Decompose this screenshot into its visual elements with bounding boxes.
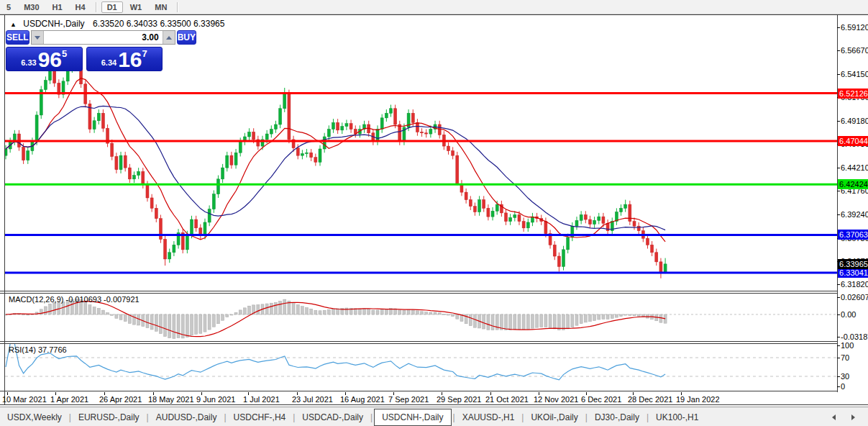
current-price-badge: 6.33965 [838, 259, 868, 269]
collapse-icon[interactable]: ▲ [10, 21, 17, 28]
price-badge-6-52126: 6.52126 [838, 89, 868, 99]
buy-price-prefix: 6.34 [101, 58, 117, 67]
rsi-scale-label: 100 [841, 341, 854, 350]
price-axis-label: 6.31820 [841, 280, 868, 289]
arrow-up-icon [166, 36, 172, 40]
price-badge-6-47044: 6.47044 [838, 136, 868, 146]
axis-tick [837, 376, 840, 377]
chart-symbol-label: USDCNH-,Daily [23, 19, 84, 29]
date-axis-label: 28 Dec 2021 [628, 395, 672, 404]
price-axis-label: 6.54150 [841, 70, 868, 78]
ma-fast-line [6, 78, 665, 242]
date-axis-label: 29 Sep 2021 [437, 395, 481, 404]
date-axis-label: 23 Jul 2021 [292, 395, 333, 404]
tab-scroll-left-icon[interactable] [832, 414, 836, 420]
chart-tab-bar: USDX,Weekly|EURUSD-,Daily|AUDUSD-,Daily|… [0, 407, 868, 426]
tab-audusd-daily[interactable]: AUDUSD-,Daily [149, 409, 224, 426]
axis-tick [837, 191, 840, 191]
price-axis-label: 6.49180 [841, 117, 868, 125]
date-axis-label: 10 Mar 2021 [2, 395, 47, 404]
buy-price-big: 16 [118, 49, 142, 71]
axis-tick [837, 297, 840, 298]
moving-averages-layer [6, 78, 665, 242]
date-axis-label: 16 Aug 2021 [340, 395, 385, 404]
price-axis-label: 6.56670 [841, 46, 868, 55]
one-click-trading-panel: SELL BUY 6.33 96 5 6.34 16 7 [6, 30, 163, 71]
macd-scale-label: 0.02607 [841, 293, 868, 302]
macd-scale-label: -0.03187 [841, 332, 868, 341]
price-badge-6-37063: 6.37063 [838, 230, 868, 240]
axis-tick [837, 358, 840, 358]
sell-price-pip: 5 [62, 48, 67, 59]
date-axis-label: 9 Jun 2021 [196, 395, 235, 404]
chart-title: ▲ USDCNH-,Daily 6.33520 6.34033 6.33500 … [10, 19, 224, 29]
sell-price-prefix: 6.33 [21, 58, 36, 67]
date-axis-label: 6 Dec 2021 [581, 395, 621, 404]
tab-ukoil-daily[interactable]: UKOil-,Daily [524, 409, 585, 426]
date-axis-label: 18 May 2021 [148, 395, 194, 404]
tab-dj30-daily[interactable]: DJ30-,Daily [588, 409, 647, 426]
axis-tick [837, 284, 840, 285]
date-axis-label: 1 Apr 2021 [50, 395, 88, 404]
tab-xauusd-h1[interactable]: XAUUSD-,H1 [455, 409, 522, 426]
sell-price-display[interactable]: 6.33 96 5 [6, 47, 83, 71]
macd-scale-label: 0.00 [841, 310, 856, 319]
tab-uk100-h1[interactable]: UK100-,H1 [649, 409, 705, 426]
volume-increase-button[interactable] [163, 31, 175, 44]
date-axis-label: 21 Oct 2021 [485, 395, 529, 404]
axis-tick [837, 314, 840, 315]
rsi-scale-label: 30 [841, 372, 849, 381]
axis-tick [837, 121, 840, 122]
trading-platform-window: 5M30H1H4D1W1MN ▲ USDCNH-,Daily 6.33520 6… [0, 0, 868, 426]
date-axis-label: 26 Apr 2021 [99, 395, 142, 404]
chart-ohlc-values: 6.33520 6.34033 6.33500 6.33965 [93, 19, 225, 29]
tab-scroll-controls [832, 414, 868, 420]
axis-tick [837, 337, 840, 337]
axis-tick [837, 27, 840, 28]
price-badge-6-42424: 6.42424 [838, 179, 868, 189]
arrow-down-icon [35, 36, 40, 40]
price-axis-label: 6.59120 [841, 23, 868, 32]
price-axis-label: 6.39240 [841, 210, 868, 219]
tab-usdcad-daily[interactable]: USDCAD-,Daily [295, 409, 370, 426]
buy-price-display[interactable]: 6.34 16 7 [86, 47, 163, 71]
tab-eurusd-daily[interactable]: EURUSD-,Daily [71, 409, 147, 426]
tab-usdcnh-daily[interactable]: USDCNH-,Daily [374, 409, 451, 426]
sell-button[interactable]: SELL [6, 30, 29, 45]
date-axis-label: 19 Jan 2022 [676, 395, 720, 404]
buy-price-pip: 7 [142, 48, 147, 59]
tab-scroll-right-icon[interactable] [851, 414, 855, 420]
volume-decrease-button[interactable] [32, 31, 44, 44]
axis-tick [837, 74, 840, 75]
axis-tick [837, 168, 840, 168]
price-axis-label: 6.44210 [841, 163, 868, 172]
axis-tick [837, 214, 840, 215]
macd-indicator-label: MACD(12,26,9) -0.010693 -0.007921 [9, 295, 140, 304]
axis-tick [837, 386, 840, 387]
axis-tick [837, 50, 840, 51]
rsi-scale-label: 0 [841, 382, 845, 391]
volume-input[interactable] [44, 31, 163, 44]
buy-button[interactable]: BUY [177, 30, 196, 45]
rsi-indicator-label: RSI(14) 37.7766 [9, 345, 67, 354]
volume-stepper [31, 30, 175, 45]
axis-tick [837, 345, 840, 346]
date-axis-label: 7 Sep 2021 [388, 395, 429, 404]
price-badge-6-33041: 6.33041 [838, 268, 868, 278]
date-axis-label: 1 Jul 2021 [243, 395, 280, 404]
tab-usdx-weekly[interactable]: USDX,Weekly [0, 409, 69, 426]
rsi-line [6, 344, 665, 380]
tab-separator: | [370, 412, 373, 422]
rsi-scale-label: 70 [841, 353, 849, 362]
rsi-layer [5, 344, 837, 380]
sell-price-big: 96 [38, 49, 62, 71]
chart-tabs: USDX,Weekly|EURUSD-,Daily|AUDUSD-,Daily|… [0, 407, 705, 426]
date-axis-label: 12 Nov 2021 [534, 395, 578, 404]
tab-usdchf-h4[interactable]: USDCHF-,H4 [227, 409, 293, 426]
macd-histogram [4, 299, 837, 338]
